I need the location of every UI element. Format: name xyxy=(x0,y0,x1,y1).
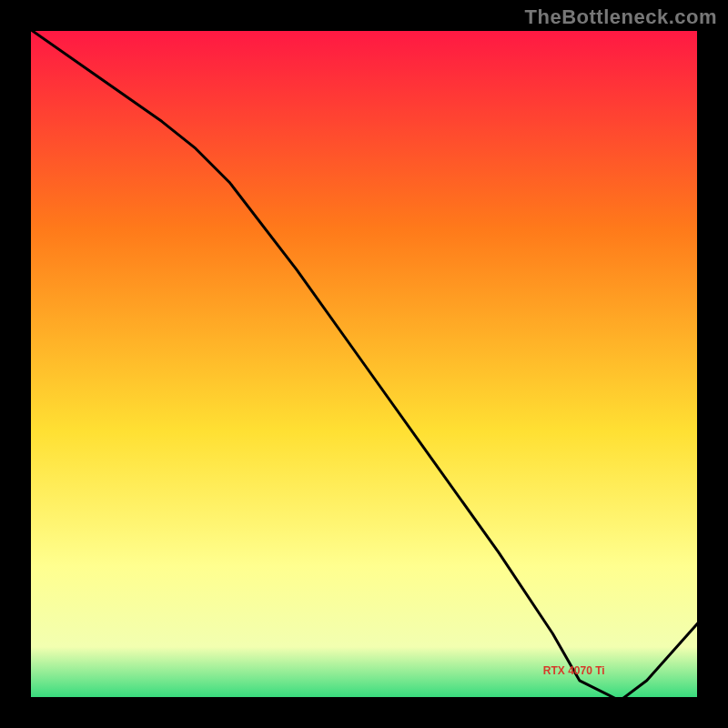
bottleneck-plot xyxy=(27,27,701,701)
legend-product-label: RTX 4070 Ti xyxy=(543,664,605,677)
chart-stage: TheBottleneck.com RTX 4070 Ti xyxy=(0,0,728,728)
attribution-text: TheBottleneck.com xyxy=(525,5,717,29)
